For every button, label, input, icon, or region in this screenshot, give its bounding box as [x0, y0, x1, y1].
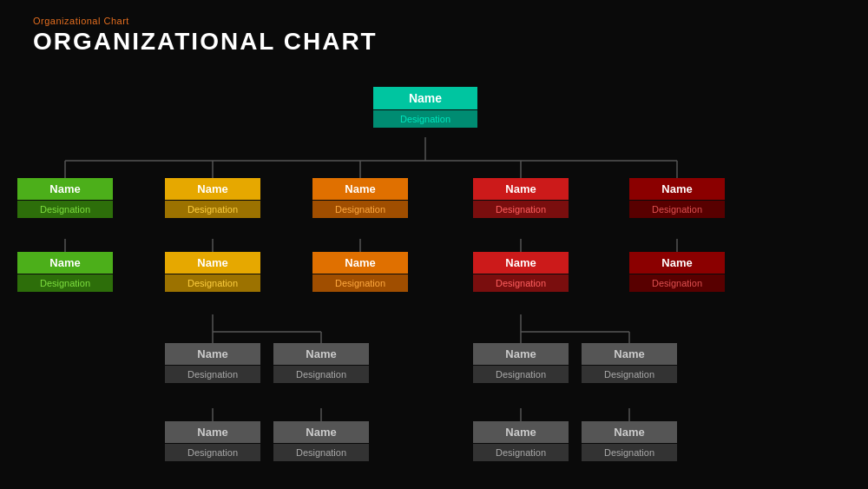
- l2-red-desig: Designation: [473, 274, 569, 292]
- node-l4-right-2: Name Designation: [582, 421, 677, 461]
- l4-right2-name: Name: [582, 421, 677, 443]
- node-l1-orange: Name Designation: [312, 178, 408, 218]
- node-l3-right-1: Name Designation: [473, 343, 569, 383]
- node-root: Name Designation: [373, 87, 477, 128]
- node-l1-darkred: Name Designation: [629, 178, 725, 218]
- node-l4-right-1: Name Designation: [473, 421, 569, 461]
- l2-orange-desig: Designation: [312, 274, 408, 292]
- l2-orange-name: Name: [312, 252, 408, 274]
- root-desig: Designation: [373, 110, 477, 128]
- l3-right2-desig: Designation: [582, 366, 677, 383]
- l4-left1-desig: Designation: [165, 444, 260, 461]
- l2-darkred-name: Name: [629, 252, 725, 274]
- l1-red-name: Name: [473, 178, 569, 200]
- l4-left2-name: Name: [273, 421, 369, 443]
- node-l2-darkred: Name Designation: [629, 252, 725, 292]
- l2-red-name: Name: [473, 252, 569, 274]
- l3-left1-name: Name: [165, 343, 260, 365]
- root-name: Name: [373, 87, 477, 109]
- l1-green-desig: Designation: [17, 201, 113, 218]
- l2-darkred-desig: Designation: [629, 274, 725, 292]
- l1-yellow-desig: Designation: [165, 201, 260, 218]
- org-chart: Name Designation Name Designation Name D…: [0, 87, 868, 486]
- header: Organizational Chart ORGANIZATIONAL CHAR…: [33, 16, 378, 56]
- l2-yellow-desig: Designation: [165, 274, 260, 292]
- header-subtitle: Organizational Chart: [33, 16, 378, 26]
- l1-yellow-name: Name: [165, 178, 260, 200]
- l3-right1-desig: Designation: [473, 366, 569, 383]
- node-l3-left-1: Name Designation: [165, 343, 260, 383]
- node-l3-right-2: Name Designation: [582, 343, 677, 383]
- node-l2-yellow: Name Designation: [165, 252, 260, 292]
- l1-orange-name: Name: [312, 178, 408, 200]
- l2-yellow-name: Name: [165, 252, 260, 274]
- l2-green-name: Name: [17, 252, 113, 274]
- l1-green-name: Name: [17, 178, 113, 200]
- l4-right1-name: Name: [473, 421, 569, 443]
- connectors: [0, 87, 868, 486]
- node-l2-orange: Name Designation: [312, 252, 408, 292]
- node-l2-red: Name Designation: [473, 252, 569, 292]
- l4-left1-name: Name: [165, 421, 260, 443]
- node-l4-left-2: Name Designation: [273, 421, 369, 461]
- l1-orange-desig: Designation: [312, 201, 408, 218]
- l3-left1-desig: Designation: [165, 366, 260, 383]
- l4-right1-desig: Designation: [473, 444, 569, 461]
- node-l1-red: Name Designation: [473, 178, 569, 218]
- l1-darkred-desig: Designation: [629, 201, 725, 218]
- node-l1-green: Name Designation: [17, 178, 113, 218]
- l1-red-desig: Designation: [473, 201, 569, 218]
- node-l3-left-2: Name Designation: [273, 343, 369, 383]
- l4-right2-desig: Designation: [582, 444, 677, 461]
- node-l2-green: Name Designation: [17, 252, 113, 292]
- l4-left2-desig: Designation: [273, 444, 369, 461]
- header-title: ORGANIZATIONAL CHART: [33, 28, 378, 56]
- l3-left2-name: Name: [273, 343, 369, 365]
- node-l1-yellow: Name Designation: [165, 178, 260, 218]
- node-l4-left-1: Name Designation: [165, 421, 260, 461]
- l3-right1-name: Name: [473, 343, 569, 365]
- l3-right2-name: Name: [582, 343, 677, 365]
- l1-darkred-name: Name: [629, 178, 725, 200]
- l2-green-desig: Designation: [17, 274, 113, 292]
- l3-left2-desig: Designation: [273, 366, 369, 383]
